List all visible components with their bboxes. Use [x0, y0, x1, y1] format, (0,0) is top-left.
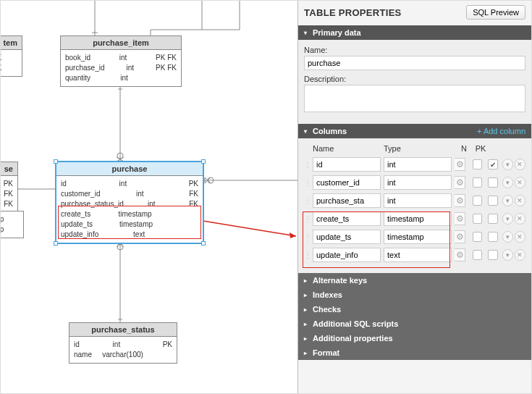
section-format[interactable]: ▸Format [298, 345, 531, 360]
chevron-down-icon: ▾ [304, 30, 310, 36]
column-name-input[interactable] [313, 248, 381, 262]
section-additional-props[interactable]: ▸Additional properties [298, 331, 531, 345]
gear-icon[interactable]: ⚙ [455, 176, 465, 189]
chevron-right-icon: ▸ [304, 321, 310, 327]
drag-handle-icon[interactable]: ⋮⋮ [304, 179, 313, 187]
delete-button[interactable]: ✕ [515, 231, 525, 243]
erd-table-purchase-status[interactable]: purchase_status idintPK namevarchar(100) [69, 322, 177, 364]
erd-table-partial-se[interactable]: se PK FK FK [0, 162, 18, 213]
description-label: Description: [304, 75, 525, 83]
drag-handle-icon[interactable]: ⋮⋮ [304, 233, 313, 241]
erd-table-purchase-item[interactable]: purchase_item book_idintPK FK purchase_i… [60, 35, 182, 87]
column-type-input[interactable] [384, 157, 452, 172]
section-checks[interactable]: ▸Checks [298, 302, 531, 317]
erd-table-partial-stamp[interactable]: stamp stamp [0, 211, 24, 238]
chevron-right-icon: ▸ [304, 277, 310, 284]
column-type-input[interactable] [384, 175, 452, 190]
section-indexes[interactable]: ▸Indexes [298, 288, 531, 302]
column-type-input[interactable] [384, 248, 452, 262]
erd-table-title: se [0, 162, 17, 176]
nullable-checkbox[interactable] [473, 250, 482, 260]
erd-table-title: purchase_item [61, 36, 181, 50]
drag-handle-icon[interactable]: ⋮⋮ [304, 251, 313, 259]
column-name-input[interactable] [313, 157, 381, 172]
chevron-right-icon: ▸ [304, 335, 310, 342]
delete-button[interactable]: ✕ [515, 249, 525, 261]
pk-checkbox[interactable] [488, 214, 497, 224]
nullable-checkbox[interactable] [473, 177, 482, 188]
pk-checkbox[interactable] [488, 177, 497, 188]
column-name-input[interactable] [313, 211, 381, 226]
description-input[interactable] [304, 85, 525, 112]
chevron-right-icon: ▸ [304, 350, 310, 356]
column-name-input[interactable] [313, 230, 381, 244]
pk-checkbox[interactable] [488, 250, 497, 260]
column-row: ⋮⋮⚙▾✕ [304, 157, 525, 172]
more-button[interactable]: ▾ [502, 249, 513, 261]
nullable-checkbox[interactable] [473, 159, 482, 169]
section-additional-sql[interactable]: ▸Additional SQL scripts [298, 317, 531, 331]
section-alternate-keys[interactable]: ▸Alternate keys [298, 273, 531, 288]
delete-button[interactable]: ✕ [515, 177, 525, 188]
name-input[interactable] [304, 56, 525, 70]
column-type-input[interactable] [384, 193, 452, 208]
column-row: ⋮⋮⚙▾✕ [304, 175, 525, 190]
drag-handle-icon[interactable]: ⋮⋮ [304, 215, 313, 223]
delete-button[interactable]: ✕ [515, 213, 525, 225]
gear-icon[interactable]: ⚙ [455, 248, 465, 261]
delete-button[interactable]: ✕ [515, 159, 525, 170]
nullable-checkbox[interactable] [473, 214, 482, 224]
nullable-checkbox[interactable] [473, 232, 482, 242]
drag-handle-icon[interactable]: ⋮⋮ [304, 197, 313, 205]
gear-icon[interactable]: ⚙ [455, 158, 465, 171]
erd-table-partial-tem[interactable]: tem t PK FK t PK FK [0, 35, 22, 77]
more-button[interactable]: ▾ [502, 213, 513, 225]
pk-checkbox[interactable] [488, 159, 497, 169]
pk-checkbox[interactable] [488, 196, 497, 206]
more-button[interactable]: ▾ [502, 159, 513, 170]
section-primary-data[interactable]: ▾ Primary data [298, 25, 531, 40]
section-columns[interactable]: ▾ Columns + Add column [298, 124, 531, 138]
erd-table-title: tem [0, 36, 22, 50]
more-button[interactable]: ▾ [502, 177, 513, 188]
chevron-right-icon: ▸ [304, 292, 310, 298]
panel-title: TABLE PROPERTIES [304, 7, 402, 18]
column-row: ⋮⋮⚙▾✕ [304, 248, 525, 262]
nullable-checkbox[interactable] [473, 196, 482, 206]
drag-handle-icon[interactable]: ⋮⋮ [304, 161, 313, 169]
sql-preview-button[interactable]: SQL Preview [466, 5, 525, 20]
erd-table-purchase[interactable]: purchase idintPK customer_idintFK purcha… [56, 162, 203, 243]
more-button[interactable]: ▾ [502, 195, 513, 206]
column-name-input[interactable] [313, 193, 381, 208]
pk-checkbox[interactable] [488, 232, 497, 242]
columns-header: Name Type N PK [304, 143, 525, 157]
column-name-input[interactable] [313, 175, 381, 190]
gear-icon[interactable]: ⚙ [455, 194, 465, 207]
column-type-input[interactable] [384, 211, 452, 226]
chevron-down-icon: ▾ [304, 128, 310, 135]
add-column-link[interactable]: + Add column [477, 127, 525, 135]
erd-table-title: purchase_status [69, 323, 177, 337]
erd-canvas[interactable]: tem t PK FK t PK FK purchase_item book_i… [1, 1, 297, 394]
erd-table-title: purchase [56, 162, 203, 176]
name-label: Name: [304, 46, 525, 54]
properties-panel: TABLE PROPERTIES SQL Preview ▾ Primary d… [297, 1, 531, 394]
column-row: ⋮⋮⚙▾✕ [304, 230, 525, 244]
column-type-input[interactable] [384, 230, 452, 244]
delete-button[interactable]: ✕ [515, 195, 525, 206]
column-row: ⋮⋮⚙▾✕ [304, 211, 525, 226]
gear-icon[interactable]: ⚙ [455, 230, 465, 243]
gear-icon[interactable]: ⚙ [455, 212, 465, 225]
chevron-right-icon: ▸ [304, 306, 310, 313]
column-row: ⋮⋮⚙▾✕ [304, 193, 525, 208]
more-button[interactable]: ▾ [502, 231, 513, 243]
svg-marker-23 [290, 232, 296, 238]
